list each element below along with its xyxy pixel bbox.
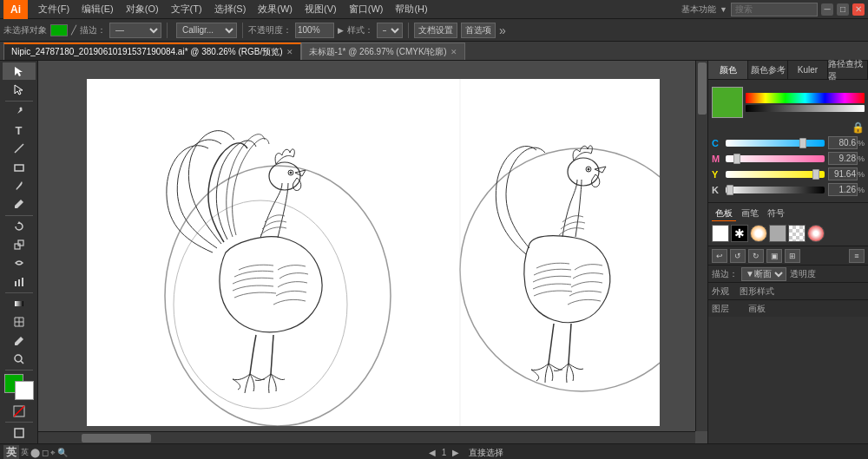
lang-indicator[interactable]: 英 [3, 445, 19, 459]
minimize-button[interactable]: ─ [821, 3, 833, 16]
color-pair [3, 374, 36, 400]
menu-edit[interactable]: 编辑(E) [76, 1, 119, 17]
tool-type[interactable]: T [3, 121, 36, 139]
tab-color-ref[interactable]: 颜色参考 [748, 61, 788, 79]
tab-color[interactable]: 颜色 [708, 61, 748, 79]
tool-scale[interactable] [3, 236, 36, 253]
scroll-thumb-horizontal[interactable] [82, 434, 151, 443]
maximize-button[interactable]: □ [837, 3, 849, 16]
value-bar[interactable] [746, 105, 865, 112]
tab-swatches[interactable]: 色板 [712, 207, 736, 221]
swatch-gray[interactable] [769, 225, 786, 242]
panel-ctrl-btn-2[interactable]: ↺ [730, 249, 746, 263]
doc-tab-2[interactable]: 未标题-1* @ 266.97% (CMYK/轮廓) ✕ [301, 43, 465, 60]
tool-artboard[interactable] [3, 424, 36, 442]
tool-zoom[interactable] [3, 351, 36, 368]
k-value-input[interactable]: 1.26 [828, 183, 858, 196]
color-background[interactable] [15, 381, 34, 400]
tool-rect[interactable] [3, 159, 36, 176]
m-slider-track[interactable] [726, 155, 825, 162]
color-swatch-toolbar[interactable] [50, 24, 68, 36]
m-value-input[interactable]: 9.28 [828, 152, 858, 165]
c-slider-thumb[interactable] [799, 138, 806, 148]
status-bar: 英 英 ⬤ ◻ ⌖ 🔍 ◀ 1 ▶ 直接选择 [0, 443, 868, 459]
scrollbar-right[interactable] [695, 61, 707, 431]
menu-help[interactable]: 帮助(H) [390, 1, 432, 17]
tool-brush[interactable] [3, 177, 36, 194]
menu-select[interactable]: 选择(S) [209, 1, 252, 17]
y-value-input[interactable]: 91.64 [828, 167, 858, 180]
swatch-white[interactable] [712, 225, 729, 242]
panel-ctrl-settings[interactable]: ≡ [849, 249, 865, 263]
nav-next[interactable]: ▶ [452, 448, 459, 457]
more-icon[interactable]: » [499, 23, 506, 37]
m-slider-thumb[interactable] [733, 154, 740, 164]
page-num: 1 [442, 448, 447, 457]
menu-object[interactable]: 对象(O) [121, 1, 164, 17]
tool-graph[interactable] [3, 272, 36, 290]
tool-pen[interactable] [3, 103, 36, 121]
panel-ctrl-btn-4[interactable]: ▣ [766, 249, 782, 263]
c-value-input[interactable]: 80.6 [828, 136, 858, 149]
percent-sign-k: % [858, 186, 865, 194]
canvas-inner[interactable] [38, 61, 707, 443]
panel-ctrl-btn-3[interactable]: ↻ [748, 249, 764, 263]
scroll-thumb-vertical[interactable] [698, 62, 707, 115]
tool-gradient[interactable] [3, 295, 36, 312]
sep1 [167, 23, 168, 38]
swatch-pattern[interactable] [788, 225, 806, 242]
tool-select[interactable] [3, 62, 36, 80]
doc-tab-2-close[interactable]: ✕ [450, 48, 457, 56]
brush-select[interactable]: Calligr... [176, 23, 237, 38]
scrollbar-bottom[interactable] [38, 431, 695, 443]
doc-tab-1-close[interactable]: ✕ [286, 48, 293, 56]
tool-none-color[interactable] [3, 403, 36, 420]
tab-symbols[interactable]: 符号 [764, 207, 788, 221]
y-slider-track[interactable] [726, 171, 825, 178]
prop-stroke-select[interactable]: ▼断面 [741, 267, 786, 281]
tool-mesh[interactable] [3, 313, 36, 331]
doc-settings-button[interactable]: 文档设置 [414, 23, 457, 38]
menu-window[interactable]: 窗口(W) [344, 1, 389, 17]
svg-rect-2 [15, 165, 23, 171]
preferences-button[interactable]: 首选项 [461, 23, 496, 38]
menu-file[interactable]: 文件(F) [33, 1, 75, 17]
tool-rotate[interactable] [3, 217, 36, 234]
stroke-icon: ╱ [71, 25, 76, 35]
tool-warp[interactable] [3, 254, 36, 272]
stroke-select[interactable]: — [109, 23, 161, 38]
svg-rect-7 [18, 279, 20, 286]
opacity-input[interactable] [295, 23, 334, 38]
tool-pencil[interactable] [3, 195, 36, 213]
k-slider-track[interactable] [726, 187, 825, 193]
status-center: ◀ 1 ▶ 直接选择 [75, 447, 858, 459]
doc-tab-1[interactable]: Nipic_24787180_20190610191537190084.ai* … [3, 43, 301, 60]
tool-line[interactable] [3, 140, 36, 157]
k-slider-thumb[interactable] [727, 185, 733, 195]
menu-view[interactable]: 视图(V) [299, 1, 342, 17]
panel-ctrl-btn-5[interactable]: ⊞ [785, 249, 800, 263]
style-select[interactable]: — [377, 23, 403, 38]
panel-ctrl-btn-1[interactable]: ↩ [712, 249, 727, 263]
color-preview-swatch[interactable] [712, 87, 743, 118]
title-search-input[interactable] [731, 3, 818, 16]
tool-direct-select[interactable] [3, 81, 36, 98]
c-slider-track[interactable] [726, 140, 825, 147]
swatches-grid: ✱ [712, 225, 865, 242]
close-button[interactable]: ✕ [852, 3, 865, 16]
swatch-red[interactable] [807, 225, 825, 242]
swatch-orange[interactable] [750, 225, 767, 242]
tab-pathfinder[interactable]: 路径查找器 [828, 61, 868, 79]
lock-icon[interactable]: 🔒 [852, 121, 865, 134]
nav-prev[interactable]: ◀ [429, 448, 436, 457]
stroke-label: 描边： [80, 24, 106, 36]
y-slider-thumb[interactable] [812, 169, 819, 180]
tool-eyedrop[interactable] [3, 331, 36, 349]
menu-effect[interactable]: 效果(W) [253, 1, 298, 17]
menu-text[interactable]: 文字(T) [166, 1, 207, 17]
tool-sep-4 [5, 370, 33, 370]
swatch-black[interactable]: ✱ [731, 225, 748, 242]
spectrum-bar[interactable] [746, 93, 865, 103]
tab-brushes[interactable]: 画笔 [738, 207, 762, 221]
tab-kuler[interactable]: Kuler [788, 61, 828, 79]
